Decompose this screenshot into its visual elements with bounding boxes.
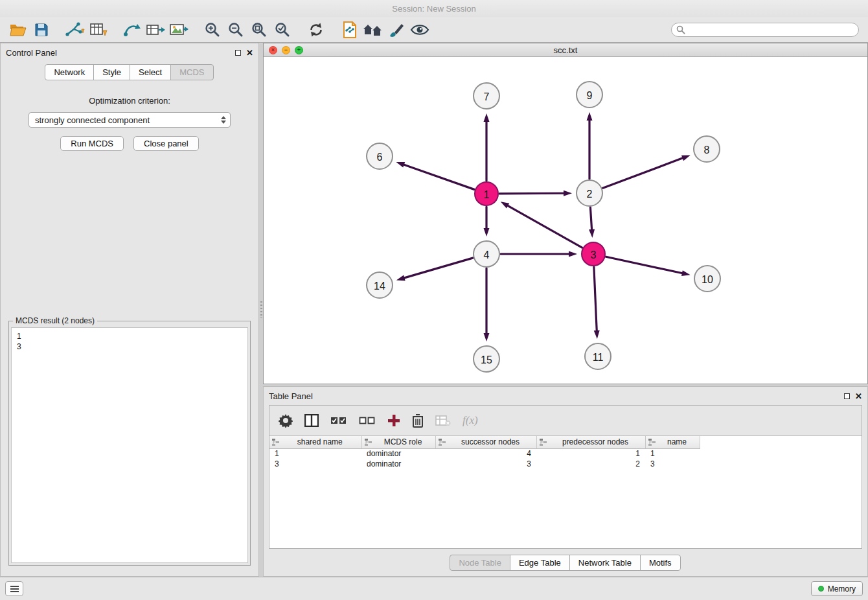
search-input[interactable] — [671, 23, 859, 37]
network-window-titlebar[interactable]: × − + scc.txt — [264, 43, 867, 57]
table-panel-body: f(x) shared name MCDS role — [269, 405, 862, 549]
column-header-shared-name[interactable]: shared name — [269, 436, 361, 448]
graph-edge[interactable] — [507, 205, 582, 248]
graph-node-label: 6 — [377, 152, 383, 163]
graph-edge-arrow[interactable] — [484, 333, 490, 341]
memory-button[interactable]: Memory — [811, 581, 863, 596]
tab-mcds[interactable]: MCDS — [170, 64, 213, 80]
graph-edge-arrow[interactable] — [681, 155, 691, 161]
float-window-icon[interactable] — [844, 393, 850, 399]
table-panel-tabs: Node Table Edge Table Network Table Moti… — [264, 555, 867, 571]
column-header-predecessor-nodes[interactable]: predecessor nodes — [536, 436, 645, 448]
optimization-criterion-select[interactable]: strongly connected component — [29, 112, 231, 128]
graph-edge-arrow[interactable] — [396, 162, 405, 168]
graph-edge-arrow[interactable] — [396, 275, 405, 281]
save-icon[interactable] — [30, 19, 53, 41]
window-minimize-button[interactable]: − — [282, 46, 290, 54]
network-window: × − + scc.txt 7968124314101511 — [263, 43, 868, 384]
column-header-name[interactable]: name — [645, 436, 700, 448]
table-toolbar: f(x) — [269, 406, 862, 435]
app-titlebar: Session: New Session — [0, 0, 868, 17]
graph-edge-arrow[interactable] — [569, 251, 577, 257]
graph-edge-arrow[interactable] — [501, 202, 510, 208]
graph-edge-arrow[interactable] — [484, 113, 490, 122]
graph-edge[interactable] — [499, 193, 565, 194]
column-header-successor-nodes[interactable]: successor nodes — [435, 436, 536, 448]
close-icon[interactable]: ✕ — [246, 49, 253, 57]
float-window-icon[interactable] — [235, 50, 241, 56]
table-cell[interactable]: 1 — [645, 448, 700, 459]
graph-edge-arrow[interactable] — [564, 190, 572, 196]
graph-node-label: 2 — [587, 189, 593, 200]
control-panel-title: Control Panel — [6, 48, 57, 58]
network-canvas[interactable]: 7968124314101511 — [264, 57, 867, 384]
zoom-out-icon[interactable] — [224, 19, 247, 41]
column-header-mcds-role[interactable]: MCDS role — [361, 436, 435, 448]
table-cell[interactable]: 3 — [435, 459, 536, 469]
zoom-in-icon[interactable] — [201, 19, 224, 41]
import-network-file-icon[interactable] — [63, 19, 87, 41]
eye-icon[interactable] — [408, 19, 431, 41]
table-row[interactable]: 3dominator323 — [269, 459, 700, 469]
graph-edge-arrow[interactable] — [589, 229, 595, 238]
graph-edge-arrow[interactable] — [594, 330, 600, 339]
select-all-icon[interactable] — [330, 415, 347, 426]
graph-edge[interactable] — [590, 207, 591, 231]
graph-edge[interactable] — [606, 257, 683, 273]
refresh-icon[interactable] — [304, 19, 328, 41]
table-cell[interactable]: 2 — [536, 459, 645, 469]
tab-network-table[interactable]: Network Table — [569, 555, 641, 571]
graph-edge[interactable] — [403, 165, 474, 190]
task-history-button[interactable] — [5, 581, 23, 596]
add-column-plus-icon[interactable] — [387, 414, 400, 427]
export-network-icon[interactable] — [120, 19, 144, 41]
dropdown-stepper-icon — [221, 116, 226, 124]
graph-node-label: 11 — [593, 352, 604, 363]
tab-select[interactable]: Select — [130, 64, 171, 80]
table-row[interactable]: 1dominator411 — [269, 448, 700, 459]
window-zoom-button[interactable]: + — [295, 46, 303, 54]
graph-edge[interactable] — [603, 157, 684, 188]
delete-column-trash-icon[interactable] — [412, 413, 424, 428]
export-image-icon[interactable] — [167, 19, 190, 41]
tab-network[interactable]: Network — [45, 64, 94, 80]
new-network-from-selection-icon[interactable] — [338, 19, 361, 41]
optimization-criterion-value: strongly connected component — [35, 115, 150, 125]
tab-node-table[interactable]: Node Table — [450, 555, 510, 571]
table-cell[interactable]: dominator — [361, 459, 435, 469]
zoom-selected-icon[interactable] — [271, 19, 294, 41]
table-cell[interactable]: 4 — [435, 448, 536, 459]
apply-style-brush-icon[interactable] — [385, 19, 408, 41]
run-mcds-button[interactable]: Run MCDS — [60, 136, 124, 151]
table-cell[interactable]: 1 — [269, 448, 361, 459]
tab-edge-table[interactable]: Edge Table — [510, 555, 570, 571]
graph-edge[interactable] — [594, 267, 597, 332]
graph-edge-arrow[interactable] — [484, 228, 490, 237]
unselect-all-icon[interactable] — [359, 415, 376, 426]
window-close-button[interactable]: × — [269, 46, 277, 54]
mcds-result-list[interactable]: 13 — [11, 327, 248, 563]
node-table: shared name MCDS role successor nodes — [269, 435, 862, 548]
home-icon[interactable] — [361, 19, 385, 41]
graph-node-label: 4 — [484, 249, 490, 260]
graph-node-label: 8 — [704, 144, 710, 156]
table-settings-gear-icon[interactable] — [279, 413, 293, 428]
table-cell[interactable]: 3 — [269, 459, 361, 469]
import-table-file-icon[interactable] — [87, 19, 110, 41]
table-cell[interactable]: dominator — [361, 448, 435, 459]
close-panel-button[interactable]: Close panel — [133, 136, 199, 151]
zoom-fit-icon[interactable] — [247, 19, 271, 41]
close-icon[interactable]: ✕ — [855, 392, 862, 400]
table-cell[interactable]: 3 — [645, 459, 700, 469]
tab-motifs[interactable]: Motifs — [640, 555, 681, 571]
memory-status-dot — [818, 586, 824, 592]
graph-edge-arrow[interactable] — [681, 270, 691, 276]
show-columns-icon[interactable] — [304, 414, 319, 427]
table-panel: Table Panel ✕ — [263, 386, 868, 577]
graph-edge[interactable] — [403, 258, 472, 278]
graph-edge-arrow[interactable] — [587, 112, 593, 121]
open-folder-icon[interactable] — [6, 19, 30, 41]
export-table-icon[interactable] — [144, 19, 167, 41]
tab-style[interactable]: Style — [93, 64, 130, 80]
table-cell[interactable]: 1 — [536, 448, 645, 459]
